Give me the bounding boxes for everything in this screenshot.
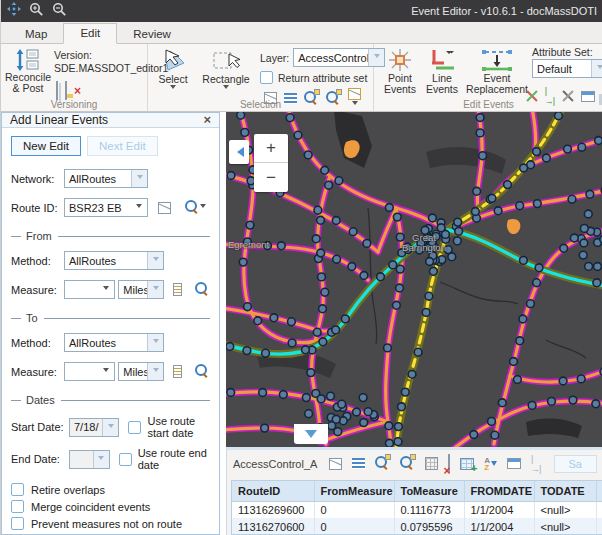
add-linear-events-panel: Add Linear Events × New Edit Next Edit N… [1,112,220,535]
use-route-start-date-checkbox[interactable] [128,421,141,434]
pan-icon[interactable] [7,2,21,20]
rectangle-dropdown-icon[interactable] [223,85,229,92]
retire-overlaps-checkbox[interactable] [11,483,24,496]
from-method-value: AllRoutes [65,255,147,267]
new-edit-button[interactable]: New Edit [11,136,81,156]
select-button[interactable]: Select [152,48,194,92]
group-label-versioning: Versioning [1,99,147,110]
merge-coincident-checkbox[interactable] [11,500,24,513]
prevent-measures-checkbox[interactable] [11,517,24,530]
start-date-label: Start Date: [11,421,69,433]
delete-selected-icon[interactable]: × [448,455,450,473]
panel-title: Add Linear Events [10,113,108,127]
tab-review[interactable]: Review [117,25,187,44]
column-header-TODATE[interactable]: TODATE [534,481,596,501]
collapse-table-button[interactable] [294,424,328,444]
collapse-panel-button[interactable] [229,140,249,164]
rectangle-button[interactable]: Rectangle [200,48,252,92]
save-button[interactable]: Sa [554,455,597,473]
zoom-in-button[interactable]: + [254,134,288,163]
table-body: 1131626960000.11167731/1/2004<null>N1131… [232,501,602,535]
chevron-down-icon [108,424,114,431]
pan-to-selected-icon[interactable] [400,456,415,471]
from-zoom-measure-icon[interactable] [195,282,210,297]
to-method-value: AllRoutes [65,337,147,349]
from-measure-combo[interactable] [64,280,115,299]
to-measure-combo[interactable] [64,362,115,381]
column-header-AC[interactable]: AC [596,481,602,501]
end-date-picker[interactable] [69,450,110,469]
merge-coincident-label: Merge coincident events [31,501,150,513]
line-events-button[interactable]: Line Events [422,47,462,95]
field-calculator-icon[interactable] [425,457,438,470]
network-value: AllRoutes [65,173,131,185]
event-replacement-button[interactable]: Event Replacement [466,47,528,95]
to-zoom-measure-icon[interactable] [195,364,210,379]
show-selected-records-icon[interactable] [352,458,365,469]
table-row[interactable]: 1131627060000.07955961/1/2004<null>N [232,518,602,535]
table-row[interactable]: 1131626960000.11167731/1/2004<null>N [232,501,602,518]
to-measure-label: Measure: [11,366,64,378]
to-section-label: To [26,312,38,324]
from-method-dropdown[interactable]: AllRoutes [64,251,164,270]
chevron-down-icon [597,65,602,72]
event-replacement-icon [480,47,514,73]
select-features-icon[interactable] [329,458,342,470]
route-id-dropdown[interactable]: BSR23 EB [64,198,148,217]
from-measure-label: Measure: [11,284,64,296]
rectangle-tool-icon [211,48,241,74]
chevron-down-icon [153,257,159,264]
tab-map[interactable]: Map [9,25,63,44]
close-icon[interactable]: × [203,114,211,126]
sort-icon[interactable]: AZ [484,457,497,471]
retire-overlaps-label: Retire overlaps [31,484,105,496]
column-header-ToMeasure[interactable]: ToMeasure [394,481,464,501]
layer-dropdown[interactable]: AccessControl_A [293,48,385,67]
dates-section-label: Dates [26,394,55,406]
chevron-down-icon [153,368,159,375]
new-version-icon[interactable] [65,82,67,100]
select-dropdown-icon[interactable] [170,85,176,92]
layer-dropdown-value: AccessControl_A [294,52,368,64]
map-zoom-control: + − [254,134,288,192]
return-attribute-set-checkbox[interactable] [260,71,273,84]
select-tool-icon [158,48,188,74]
from-measure-on-map-icon[interactable] [173,283,182,296]
network-dropdown[interactable]: AllRoutes [64,169,148,188]
to-method-dropdown[interactable]: AllRoutes [64,333,164,352]
select-route-on-map-icon[interactable] [158,202,171,214]
refresh-version-icon[interactable] [56,82,58,100]
map-view[interactable]: Egremont Great Barrington + − [226,112,602,447]
zoom-out-icon[interactable] [52,2,67,21]
rectangle-label: Rectangle [202,74,249,85]
attribute-window-icon[interactable] [507,458,521,469]
add-record-icon[interactable] [460,458,475,470]
use-route-start-date-label: Use route start date [147,415,210,439]
from-units-dropdown[interactable]: Miles [118,280,164,299]
tab-edit[interactable]: Edit [63,23,117,44]
zoom-out-button[interactable]: − [254,163,288,192]
start-date-picker[interactable]: 7/18/ [69,418,119,437]
table-layer-name[interactable]: AccessControl_A [233,458,317,470]
point-events-button[interactable]: Point Events [380,47,420,95]
zoom-to-route-icon[interactable] [185,200,206,215]
column-header-FROMDATE[interactable]: FROMDATE [464,481,534,501]
zoom-to-selected-icon[interactable] [375,456,390,471]
attribute-table: RouteIDFromMeasureToMeasureFROMDATETODAT… [231,480,602,535]
group-label-selection: Selection [148,99,373,110]
event-replacement-label: Event Replacement [466,73,528,95]
column-header-FromMeasure[interactable]: FromMeasure [314,481,394,501]
group-edit-events: Point Events Line Events [374,44,602,111]
next-edit-button[interactable]: Next Edit [87,136,158,156]
return-attribute-set-label: Return attribute set [278,72,367,84]
zoom-in-icon[interactable] [29,2,44,21]
to-measure-on-map-icon[interactable] [173,365,182,378]
column-header-RouteID[interactable]: RouteID [232,481,314,501]
delete-version-icon[interactable]: × [74,86,81,96]
reconcile-post-button[interactable]: Reconcile & Post [6,48,50,94]
to-units-dropdown[interactable]: Miles [118,362,164,381]
use-route-end-date-checkbox[interactable] [119,453,132,466]
route-id-label: Route ID: [11,202,64,214]
attribute-set-dropdown[interactable]: Default [532,59,602,78]
adjust-measures-icon[interactable]: |→| [531,454,542,474]
